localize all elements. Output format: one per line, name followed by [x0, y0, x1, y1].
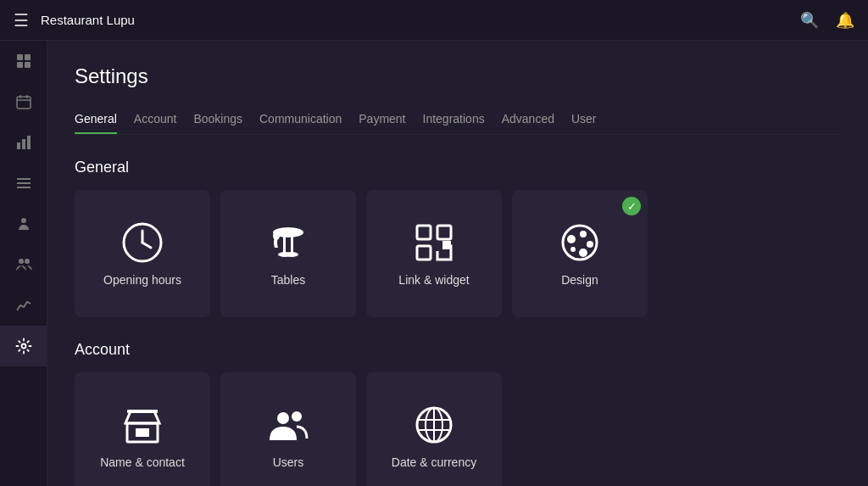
svg-rect-11: [17, 178, 31, 180]
store-icon: [120, 403, 164, 447]
svg-rect-9: [22, 139, 25, 149]
guest-icon: [15, 215, 32, 232]
sidebar-item-guests[interactable]: [0, 204, 47, 244]
sidebar-item-list[interactable]: [0, 163, 47, 204]
card-tables-label: Tables: [271, 273, 305, 287]
svg-rect-40: [127, 410, 158, 413]
notification-icon[interactable]: 🔔: [836, 11, 854, 30]
analytics-icon: [15, 297, 32, 314]
svg-rect-4: [17, 97, 31, 109]
svg-point-17: [21, 344, 25, 349]
design-icon: [558, 221, 602, 265]
card-link-widget[interactable]: Link & widget: [366, 190, 502, 317]
svg-point-41: [277, 412, 289, 424]
card-opening-hours[interactable]: Opening hours: [75, 190, 210, 317]
account-cards-grid: Name & contact Users Date & currency: [75, 372, 841, 486]
tabs-bar: General Account Bookings Communication P…: [75, 105, 841, 135]
sidebar-item-reports[interactable]: [0, 122, 47, 163]
bar-chart-icon: [15, 134, 32, 151]
svg-rect-27: [417, 226, 431, 239]
svg-rect-12: [17, 182, 31, 184]
svg-rect-13: [17, 187, 31, 188]
tab-integrations[interactable]: Integrations: [423, 105, 485, 134]
svg-rect-10: [27, 136, 31, 149]
card-date-currency-label: Date & currency: [392, 455, 476, 469]
svg-point-15: [19, 259, 24, 264]
tab-general[interactable]: General: [75, 105, 117, 134]
calendar-icon: [15, 93, 32, 110]
svg-rect-3: [25, 62, 31, 68]
svg-rect-28: [437, 226, 451, 239]
general-cards-grid: Opening hours Tables: [75, 190, 841, 317]
card-users[interactable]: Users: [220, 372, 356, 486]
sidebar-item-dashboard[interactable]: [0, 41, 47, 81]
tables-icon: [266, 221, 310, 265]
card-link-widget-label: Link & widget: [398, 273, 469, 287]
sidebar-item-analytics[interactable]: [0, 285, 47, 326]
tab-communication[interactable]: Communication: [259, 105, 342, 134]
sidebar: [0, 0, 47, 486]
svg-rect-29: [417, 246, 431, 260]
svg-point-25: [285, 252, 298, 257]
list-icon: [15, 175, 32, 192]
page-title: Settings: [75, 64, 841, 88]
tab-account[interactable]: Account: [134, 105, 177, 134]
design-card-check: ✓: [622, 197, 641, 215]
svg-point-32: [567, 235, 576, 243]
sidebar-item-settings[interactable]: [0, 326, 47, 366]
svg-rect-1: [25, 54, 31, 60]
card-name-contact[interactable]: Name & contact: [75, 372, 210, 486]
card-name-contact-label: Name & contact: [100, 455, 185, 469]
svg-point-36: [570, 247, 576, 252]
svg-rect-0: [17, 54, 23, 60]
clock-icon: [120, 221, 164, 265]
tab-user[interactable]: User: [571, 105, 597, 134]
tab-advanced[interactable]: Advanced: [502, 105, 554, 134]
svg-rect-2: [17, 62, 23, 68]
svg-rect-23: [291, 236, 293, 254]
svg-point-35: [579, 249, 587, 257]
users-icon: [266, 403, 310, 447]
card-users-label: Users: [273, 455, 304, 469]
menu-toggle-icon[interactable]: ☰: [14, 10, 29, 31]
tab-payment[interactable]: Payment: [359, 105, 405, 134]
svg-rect-38: [136, 428, 149, 437]
sidebar-item-team[interactable]: [0, 244, 47, 285]
svg-marker-30: [442, 241, 451, 249]
search-icon[interactable]: 🔍: [800, 11, 819, 30]
globe-icon: [412, 403, 456, 447]
svg-line-20: [142, 243, 151, 248]
account-section-heading: Account: [75, 341, 841, 359]
card-design-label: Design: [561, 273, 598, 287]
svg-point-26: [273, 232, 280, 240]
settings-icon: [15, 338, 32, 355]
card-design[interactable]: ✓ Design: [512, 190, 648, 317]
tab-bookings[interactable]: Bookings: [193, 105, 242, 134]
svg-point-42: [292, 411, 302, 422]
sidebar-item-calendar[interactable]: [0, 81, 47, 122]
svg-point-16: [25, 259, 30, 264]
main-content: Settings General Account Bookings Commun…: [47, 41, 868, 486]
svg-rect-22: [283, 236, 286, 254]
svg-point-14: [21, 218, 26, 223]
card-opening-hours-label: Opening hours: [103, 273, 181, 287]
svg-point-34: [587, 241, 593, 248]
general-section-heading: General: [75, 159, 841, 176]
card-tables[interactable]: Tables: [220, 190, 356, 317]
app-title: Restaurant Lupu: [41, 13, 800, 27]
svg-rect-8: [17, 142, 20, 149]
svg-point-33: [580, 231, 587, 237]
team-icon: [14, 256, 33, 273]
grid-icon: [15, 53, 32, 70]
card-date-currency[interactable]: Date & currency: [366, 372, 502, 486]
widget-icon: [412, 221, 456, 265]
